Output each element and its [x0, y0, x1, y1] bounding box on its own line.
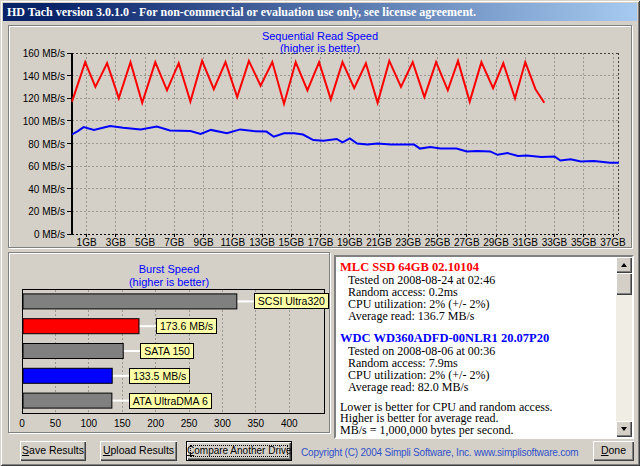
window-title: HD Tach version 3.0.1.0 - For non-commer… [7, 5, 476, 19]
svg-text:5GB: 5GB [135, 237, 155, 247]
svg-text:9GB: 9GB [194, 237, 214, 247]
burst-bar-label: ATA UltraDMA 6 [129, 393, 212, 409]
svg-text:60 MB/s: 60 MB/s [28, 161, 65, 172]
svg-text:3GB: 3GB [106, 237, 126, 247]
svg-text:27GB: 27GB [454, 237, 480, 247]
save-results-button[interactable]: Save Results [20, 441, 86, 461]
drive-average-read: Average read: 136.7 MB/s [340, 310, 614, 322]
scrollbar-up-button[interactable] [616, 257, 632, 273]
svg-text:40 MB/s: 40 MB/s [28, 184, 65, 195]
burst-bar-label: 173.6 MB/s [156, 318, 217, 334]
burst-bar-label: 133.5 MB/s [129, 368, 190, 384]
arrow-up-icon [621, 263, 627, 267]
svg-text:25GB: 25GB [425, 237, 451, 247]
burst-speed-panel: Burst Speed (higher is better) 050100150… [8, 252, 330, 433]
note-line: MB/s = 1,000,000 bytes per second. [340, 425, 614, 436]
svg-text:50: 50 [50, 418, 62, 429]
drive-average-read: Average read: 82.0 MB/s [340, 381, 614, 393]
arrow-down-icon [621, 427, 627, 431]
compare-another-drive-button[interactable]: Compare Another Drive [186, 441, 292, 461]
done-button[interactable]: Done [593, 441, 634, 461]
sequential-read-chart: 0 MB/s20 MB/s40 MB/s60 MB/s80 MB/s100 MB… [9, 26, 631, 247]
drive-name: WDC WD360ADFD-00NLR1 20.07P20 [340, 331, 614, 345]
svg-text:120 MB/s: 120 MB/s [23, 93, 65, 104]
burst-bar-label: SCSI Ultra320 [254, 293, 329, 309]
svg-text:0 MB/s: 0 MB/s [34, 229, 65, 240]
svg-text:13GB: 13GB [249, 237, 275, 247]
copyright-text: Copyright (C) 2004 Simpli Software, Inc.… [301, 447, 579, 458]
svg-text:160 MB/s: 160 MB/s [23, 48, 65, 59]
svg-text:150: 150 [114, 418, 131, 429]
drive-name: MLC SSD 64GB 02.10104 [340, 260, 614, 274]
svg-text:29GB: 29GB [483, 237, 509, 247]
svg-text:200: 200 [147, 418, 164, 429]
svg-text:350: 350 [248, 418, 265, 429]
drive-result-block: WDC WD360ADFD-00NLR1 20.07P20 Tested on … [340, 331, 614, 393]
svg-text:300: 300 [214, 418, 231, 429]
svg-text:21GB: 21GB [366, 237, 392, 247]
svg-text:100: 100 [80, 418, 97, 429]
svg-text:31GB: 31GB [512, 237, 538, 247]
svg-text:11GB: 11GB [220, 237, 245, 247]
hd-tach-window: HD Tach version 3.0.1.0 - For non-commer… [0, 0, 640, 466]
svg-text:400: 400 [281, 418, 298, 429]
focus-rect [190, 445, 288, 457]
svg-text:20 MB/s: 20 MB/s [28, 206, 65, 217]
svg-text:33GB: 33GB [542, 237, 568, 247]
svg-text:7GB: 7GB [164, 237, 184, 247]
svg-text:0: 0 [19, 418, 25, 429]
results-info-panel: MLC SSD 64GB 02.10104 Tested on 2008-08-… [334, 255, 634, 439]
svg-text:23GB: 23GB [396, 237, 422, 247]
svg-text:37GB: 37GB [600, 237, 626, 247]
burst-bar-label: SATA 150 [140, 343, 194, 359]
svg-text:1GB: 1GB [77, 237, 97, 247]
svg-text:17GB: 17GB [308, 237, 334, 247]
results-info-text: MLC SSD 64GB 02.10104 Tested on 2008-08-… [336, 257, 616, 437]
scrollbar-down-button[interactable] [616, 421, 632, 437]
info-scrollbar[interactable] [616, 257, 632, 437]
title-bar[interactable]: HD Tach version 3.0.1.0 - For non-commer… [3, 3, 637, 21]
svg-text:100 MB/s: 100 MB/s [23, 116, 65, 127]
svg-text:35GB: 35GB [571, 237, 597, 247]
scrollbar-thumb[interactable] [616, 273, 632, 295]
svg-text:140 MB/s: 140 MB/s [23, 71, 65, 82]
drive-result-block: MLC SSD 64GB 02.10104 Tested on 2008-08-… [340, 260, 614, 322]
svg-text:250: 250 [181, 418, 198, 429]
svg-text:15GB: 15GB [279, 237, 305, 247]
svg-text:19GB: 19GB [337, 237, 363, 247]
upload-results-button[interactable]: Upload Results [100, 441, 177, 461]
sequential-read-panel: Sequential Read Speed (higher is better)… [8, 25, 632, 248]
svg-text:80 MB/s: 80 MB/s [28, 139, 65, 150]
